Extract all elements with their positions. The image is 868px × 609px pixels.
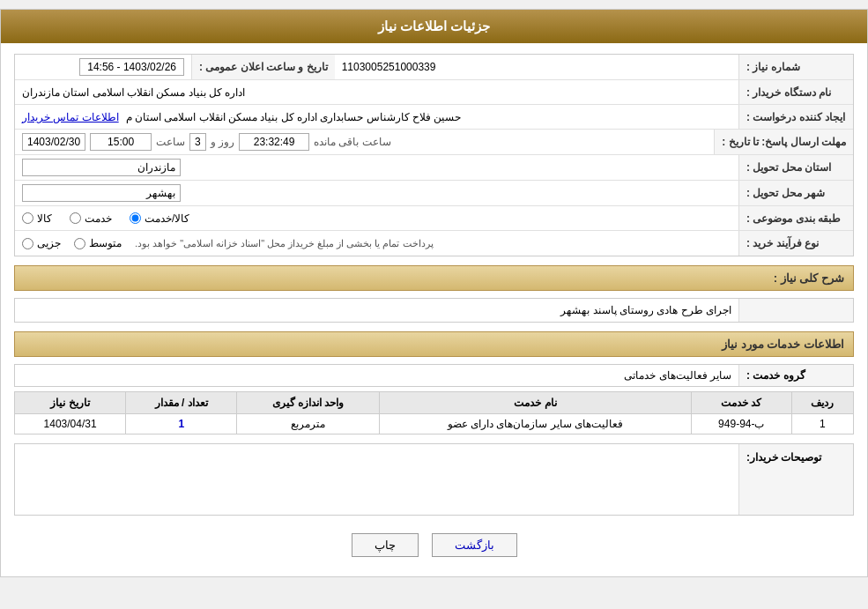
need-description-value: اجرای طرح هادی روستای پاسند بهشهر: [560, 304, 731, 316]
table-cell: 1: [791, 414, 853, 434]
need-description-label: [738, 299, 853, 322]
table-cell: 1: [126, 414, 237, 434]
category-kala-khedmat-radio[interactable]: [130, 212, 141, 224]
creator-label: ایجاد کننده درخواست :: [738, 105, 853, 129]
category-option-kala: کالا: [22, 212, 52, 225]
purchase-minor-radio[interactable]: [22, 238, 33, 249]
back-button[interactable]: بازگشت: [432, 533, 517, 557]
need-description-title: شرح کلی نیاز :: [774, 271, 844, 285]
category-label: طبقه بندی موضوعی :: [738, 206, 853, 230]
services-table-body: 1ب-94-949فعالیت‌های سایر سازمان‌های دارا…: [15, 414, 854, 434]
purchase-option-minor: جزیی: [22, 237, 61, 249]
need-description-box: اجرای طرح هادی روستای پاسند بهشهر: [14, 298, 854, 323]
main-info-section: شماره نیاز : 1103005251000339 تاریخ و سا…: [14, 54, 854, 256]
th-quantity: تعداد / مقدار: [126, 392, 237, 414]
row-buyer-org: نام دستگاه خریدار : اداره کل بنیاد مسکن …: [15, 80, 853, 105]
row-delivery-city: شهر محل تحویل : بهشهر: [15, 181, 853, 206]
purchase-label: نوع فرآیند خرید :: [738, 231, 853, 256]
th-date: تاریخ نیاز: [15, 392, 126, 414]
th-service-code: کد خدمت: [692, 392, 792, 414]
page-title: جزئیات اطلاعات نیاز: [378, 19, 490, 33]
purchase-options-row: پرداخت تمام یا بخشی از مبلغ خریداز محل "…: [22, 237, 731, 249]
content-area: شماره نیاز : 1103005251000339 تاریخ و سا…: [1, 43, 867, 576]
delivery-city-value: بهشهر: [22, 184, 181, 202]
days-label: روز و: [211, 136, 234, 148]
row-delivery-province: استان محل تحویل : مازندران: [15, 155, 853, 181]
services-title: اطلاعات خدمات مورد نیاز: [722, 338, 844, 351]
need-description-section-header: شرح کلی نیاز :: [14, 265, 854, 291]
category-kala-radio[interactable]: [22, 212, 33, 224]
purchase-minor-label: جزیی: [37, 237, 61, 249]
row-category: طبقه بندی موضوعی : کالا/خدمت خدمت کالا: [15, 206, 853, 231]
category-radio-group: کالا/خدمت خدمت کالا: [22, 212, 731, 225]
page-header: جزئیات اطلاعات نیاز: [1, 10, 867, 43]
creator-value: حسین فلاح کارشناس حسابداری اداره کل بنیا…: [126, 111, 462, 123]
category-khedmat-label: خدمت: [85, 212, 112, 225]
table-row: 1ب-94-949فعالیت‌های سایر سازمان‌های دارا…: [15, 414, 854, 434]
deadline-date-value: 1403/02/30: [22, 133, 85, 151]
delivery-province-label: استان محل تحویل :: [738, 155, 853, 180]
table-cell: 1403/04/31: [15, 414, 126, 434]
table-cell: فعالیت‌های سایر سازمان‌های دارای عضو: [379, 414, 691, 434]
table-cell: مترمربع: [237, 414, 380, 434]
category-khedmat-radio[interactable]: [70, 212, 81, 224]
row-need-number: شماره نیاز : 1103005251000339 تاریخ و سا…: [15, 55, 853, 80]
service-group-label: گروه خدمت :: [738, 365, 853, 386]
purchase-medium-label: متوسط: [89, 237, 122, 249]
deadline-date-row: ساعت باقی مانده 23:32:49 روز و 3 ساعت 15…: [22, 133, 707, 151]
category-option-kala-khedmat: کالا/خدمت: [130, 212, 189, 225]
th-unit: واحد اندازه گیری: [237, 392, 380, 414]
service-group-row: گروه خدمت : سایر فعالیت‌های خدماتی: [14, 364, 854, 387]
row-deadline: مهلت ارسال پاسخ: تا تاریخ : ساعت باقی ما…: [15, 130, 853, 155]
services-table: ردیف کد خدمت نام خدمت واحد اندازه گیری ت…: [14, 391, 854, 434]
page-wrapper: جزئیات اطلاعات نیاز شماره نیاز : 1103005…: [0, 9, 868, 577]
announce-label: تاریخ و ساعت اعلان عمومی :: [191, 55, 335, 79]
buyer-org-value: اداره کل بنیاد مسکن انقلاب اسلامی استان …: [22, 86, 245, 99]
announce-value: 1403/02/26 - 14:56: [79, 58, 184, 76]
row-creator: ایجاد کننده درخواست : حسین فلاح کارشناس …: [15, 105, 853, 130]
buyer-desc-textarea[interactable]: [15, 444, 738, 515]
services-table-header-row: ردیف کد خدمت نام خدمت واحد اندازه گیری ت…: [15, 392, 854, 414]
purchase-medium-radio[interactable]: [74, 238, 85, 249]
creator-link[interactable]: اطلاعات تماس خریدار: [22, 111, 119, 123]
buyer-description-box: توصیحات خریدار:: [14, 443, 854, 516]
category-option-khedmat: خدمت: [70, 212, 112, 225]
category-kala-label: کالا: [37, 212, 52, 225]
need-description-content: اجرای طرح هادی روستای پاسند بهشهر: [15, 299, 738, 322]
th-service-name: نام خدمت: [379, 392, 691, 414]
purchase-note: پرداخت تمام یا بخشی از مبلغ خریداز محل "…: [135, 238, 434, 249]
services-table-head: ردیف کد خدمت نام خدمت واحد اندازه گیری ت…: [15, 392, 854, 414]
footer-buttons: بازگشت چاپ: [14, 524, 854, 566]
print-button[interactable]: چاپ: [352, 533, 419, 557]
time-value: 15:00: [90, 133, 152, 151]
row-purchase-type: نوع فرآیند خرید : پرداخت تمام یا بخشی از…: [15, 231, 853, 256]
service-group-value: سایر فعالیت‌های خدماتی: [15, 365, 738, 386]
need-number-value: 1103005251000339: [342, 61, 436, 73]
remaining-label: ساعت باقی مانده: [314, 136, 391, 148]
buyer-desc-label: توصیحات خریدار:: [738, 444, 853, 515]
deadline-label: مهلت ارسال پاسخ: تا تاریخ :: [714, 130, 853, 154]
buyer-org-label: نام دستگاه خریدار :: [738, 80, 853, 104]
delivery-province-value: مازندران: [22, 159, 181, 176]
services-section-header: اطلاعات خدمات مورد نیاز: [14, 331, 854, 357]
delivery-city-label: شهر محل تحویل :: [738, 181, 853, 205]
time-label: ساعت: [156, 136, 185, 148]
th-row-num: ردیف: [791, 392, 853, 414]
days-value: 3: [189, 133, 206, 151]
table-cell: ب-94-949: [692, 414, 792, 434]
need-number-label: شماره نیاز :: [738, 55, 853, 79]
purchase-option-medium: متوسط: [74, 237, 122, 249]
category-kala-khedmat-label: کالا/خدمت: [145, 212, 189, 225]
remaining-value: 23:32:49: [239, 133, 309, 151]
